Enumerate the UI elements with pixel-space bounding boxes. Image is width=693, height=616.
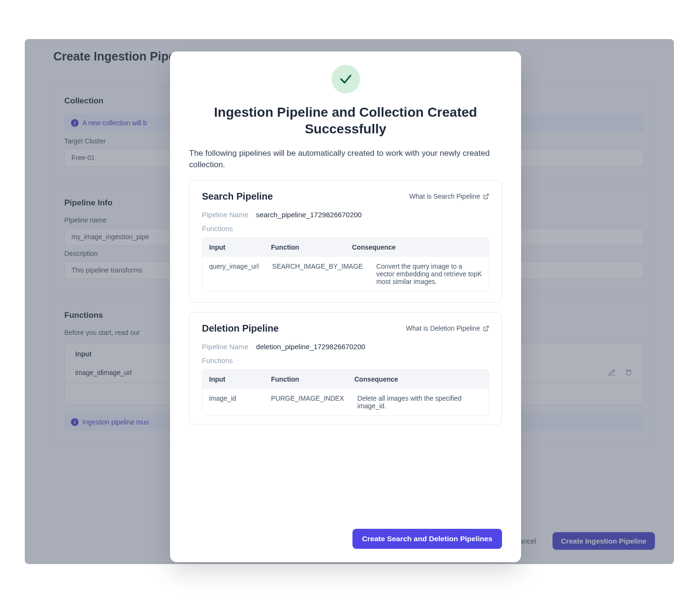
search-pipeline-heading: Search Pipeline [202,191,273,202]
modal-lead: The following pipelines will be automati… [189,148,502,171]
what-is-search-link[interactable]: What is Search Pipeline [409,192,489,200]
col-consequence: Consequence [348,370,489,389]
cell-consequence: Delete all images with the specified ima… [351,389,489,415]
modal-title: Ingestion Pipeline and Collection Create… [189,104,502,137]
external-link-icon [483,325,489,332]
deletion-pipeline-heading: Deletion Pipeline [202,323,279,334]
search-pipe-name-label: Pipeline Name [202,211,249,219]
cell-input: image_id [202,389,264,415]
success-modal: Ingestion Pipeline and Collection Create… [170,51,521,562]
col-input: Input [202,238,264,257]
cell-input: query_image_url [202,257,265,291]
deletion-functions-label: Functions [202,356,489,364]
deletion-pipeline-card: Deletion Pipeline What is Deletion Pipel… [189,312,502,425]
table-row: query_image_url SEARCH_IMAGE_BY_IMAGE Co… [202,257,489,291]
search-pipeline-card: Search Pipeline What is Search Pipeline … [189,180,502,303]
external-link-icon [483,193,489,200]
what-is-search-text: What is Search Pipeline [409,192,480,200]
create-pipelines-button[interactable]: Create Search and Deletion Pipelines [352,529,502,549]
cell-consequence: Convert the query image to a vector embe… [370,257,489,291]
col-function: Function [264,370,348,389]
cell-function: PURGE_IMAGE_INDEX [264,389,351,415]
search-functions-table: Input Function Consequence query_image_u… [202,237,489,292]
what-is-deletion-link[interactable]: What is Deletion Pipeline [406,324,489,332]
deletion-pipe-name-value: deletion_pipeline_1729826670200 [256,343,365,351]
deletion-functions-table: Input Function Consequence image_id PURG… [202,369,489,416]
what-is-deletion-text: What is Deletion Pipeline [406,324,480,332]
col-input: Input [202,370,264,389]
col-function: Function [264,238,345,257]
search-pipe-name-value: search_pipeline_1729826670200 [256,211,362,219]
col-consequence: Consequence [345,238,489,257]
deletion-pipe-name-label: Pipeline Name [202,343,249,351]
table-row: image_id PURGE_IMAGE_INDEX Delete all im… [202,389,489,415]
success-check-icon [331,65,360,93]
cell-function: SEARCH_IMAGE_BY_IMAGE [265,257,370,291]
search-functions-label: Functions [202,224,489,232]
